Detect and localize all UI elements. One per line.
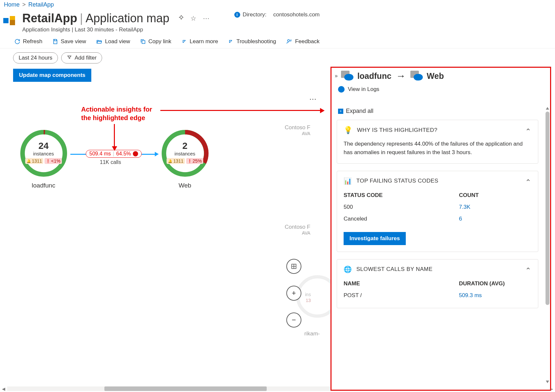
page-header: RetailApp|Application map ☆ ⋯ Applicatio… xyxy=(0,8,555,34)
page-title: RetailApp|Application map xyxy=(22,11,170,25)
star-icon[interactable]: ☆ xyxy=(190,14,196,22)
filter-icon xyxy=(67,55,72,61)
add-filter-pill[interactable]: Add filter xyxy=(61,52,102,63)
breadcrumb-home[interactable]: Home xyxy=(4,1,20,8)
breadcrumb: Home > RetailApp xyxy=(0,0,555,8)
node-web[interactable]: 2 instances 1311 25% Web xyxy=(157,128,213,189)
title-page: Application map xyxy=(85,11,169,25)
ghost-node-label: Contoso FAVA xyxy=(285,125,310,136)
lightbulb-icon: 💡 xyxy=(344,126,352,134)
time-range-pill[interactable]: Last 24 hours xyxy=(13,52,58,63)
filter-bar: Last 24 hours Add filter xyxy=(0,48,555,63)
node-alert-badge: 1311 xyxy=(167,158,185,164)
ghost-node-label: Contoso FAVA xyxy=(285,224,310,236)
ghost-node-text: ins13 xyxy=(305,292,311,303)
title-app: RetailApp xyxy=(22,11,77,25)
overflow-icon[interactable]: ⋯ xyxy=(203,14,209,22)
card-title: TOP FAILING STATUS CODES xyxy=(356,178,439,184)
chevron-up-icon[interactable] xyxy=(525,178,531,184)
node-instance-count: 24 xyxy=(16,141,71,151)
top-failing-status-card: 📊 TOP FAILING STATUS CODES STATUS CODE C… xyxy=(337,171,538,252)
command-bar: Refresh Save view Load view Copy link Le… xyxy=(0,34,555,48)
col-status-code: STATUS CODE xyxy=(344,189,456,201)
scroll-left-icon[interactable]: ◀ xyxy=(0,386,7,391)
feedback-button[interactable]: Feedback xyxy=(286,38,320,45)
breadcrumb-current[interactable]: RetailApp xyxy=(28,1,54,8)
scroll-thumb[interactable] xyxy=(546,112,549,305)
slow-calls-table: NAME DURATION (AVG) POST /509.3 ms xyxy=(344,278,531,301)
view-in-logs-link[interactable]: View in Logs xyxy=(331,84,550,95)
chevron-up-icon[interactable] xyxy=(525,127,531,133)
server-cloud-icon xyxy=(341,71,353,81)
insights-panel: » loadfunc → Web View in Logs ＋ Expand a… xyxy=(331,67,551,391)
edge-latency: 509.4 ms xyxy=(89,151,111,157)
breadcrumb-separator: > xyxy=(22,1,26,8)
refresh-button[interactable]: Refresh xyxy=(14,38,43,45)
ghost-node-label: rikam- xyxy=(304,331,320,337)
directory-label: Directory: xyxy=(243,11,267,18)
refresh-icon xyxy=(14,39,20,45)
investigate-failures-button[interactable]: Investigate failures xyxy=(344,232,406,245)
chevron-up-icon[interactable] xyxy=(525,266,531,272)
copy-icon xyxy=(140,39,146,45)
panel-to-node: Web xyxy=(427,71,444,81)
expand-all-button[interactable]: ＋ Expand all xyxy=(338,108,537,115)
card-title: SLOWEST CALLS BY NAME xyxy=(356,266,433,273)
server-cloud-icon xyxy=(410,71,422,81)
globe-icon: 🌐 xyxy=(344,265,352,273)
arrow-right-icon: → xyxy=(396,70,406,81)
zoom-out-button[interactable]: − xyxy=(286,312,301,328)
scroll-thumb[interactable] xyxy=(104,386,267,391)
troubleshooting-button[interactable]: Troubleshooting xyxy=(228,38,276,45)
node-label: loadfunc xyxy=(16,182,71,189)
slowest-calls-card: 🌐 SLOWEST CALLS BY NAME NAME DURATION (A… xyxy=(337,259,538,308)
fit-to-screen-button[interactable] xyxy=(286,259,301,274)
directory-value: contosohotels.com xyxy=(273,11,320,18)
node-label: Web xyxy=(157,182,213,189)
learn-more-button[interactable]: Learn more xyxy=(181,38,218,45)
scroll-down-icon[interactable] xyxy=(546,381,549,383)
col-duration: DURATION (AVG) xyxy=(456,278,531,290)
load-view-button[interactable]: Load view xyxy=(96,38,130,45)
edge-metric-pill[interactable]: 509.4 ms | 64.5% xyxy=(86,150,142,158)
edge-call-count: 11K calls xyxy=(100,159,121,165)
feedback-icon xyxy=(286,39,293,45)
table-row[interactable]: Canceled6 xyxy=(344,213,531,225)
panel-scrollbar[interactable] xyxy=(545,107,550,383)
save-view-button[interactable]: Save view xyxy=(52,38,86,45)
edge-percent: 64.5% xyxy=(116,151,131,157)
info-icon: i xyxy=(234,12,240,18)
card-title: WHY IS THIS HIGHLIGHTED? xyxy=(357,127,438,134)
folder-open-icon xyxy=(96,39,102,45)
bar-chart-icon: 📊 xyxy=(344,177,352,185)
node-error-badge: <1% xyxy=(45,158,62,164)
scroll-up-icon[interactable] xyxy=(546,107,549,110)
node-instance-unit: instances xyxy=(16,151,71,157)
update-map-components-button[interactable]: Update map components xyxy=(13,69,91,82)
table-row[interactable]: 5007.3K xyxy=(344,201,531,213)
svg-rect-0 xyxy=(142,41,145,44)
external-link-icon xyxy=(181,39,187,45)
plus-icon: ＋ xyxy=(338,109,343,114)
pin-icon[interactable] xyxy=(177,14,184,23)
status-code-table: STATUS CODE COUNT 5007.3K Canceled6 xyxy=(344,189,531,225)
annotation-arrow-right xyxy=(160,110,321,111)
table-row[interactable]: POST /509.3 ms xyxy=(344,290,531,301)
collapse-panel-icon[interactable]: » xyxy=(335,73,336,79)
node-loadfunc[interactable]: 24 instances 1311 <1% loadfunc xyxy=(16,128,71,189)
svg-point-1 xyxy=(287,40,289,42)
node-instance-count: 2 xyxy=(157,141,213,151)
panel-header: » loadfunc → Web xyxy=(331,68,550,84)
copy-link-button[interactable]: Copy link xyxy=(140,38,171,45)
col-name: NAME xyxy=(344,278,456,290)
zoom-in-button[interactable]: + xyxy=(286,286,301,301)
panel-from-node: loadfunc xyxy=(357,71,391,81)
node-instance-unit: instances xyxy=(157,151,213,157)
annotation-text: Actionable insights forthe highlighted e… xyxy=(81,105,152,122)
external-link-icon xyxy=(228,39,234,45)
resource-icon xyxy=(3,13,17,27)
node-error-badge: 25% xyxy=(186,158,203,164)
page-subtitle: Application Insights | Last 30 minutes -… xyxy=(22,27,209,33)
node-alert-badge: 1311 xyxy=(25,158,43,164)
col-count: COUNT xyxy=(456,189,531,201)
